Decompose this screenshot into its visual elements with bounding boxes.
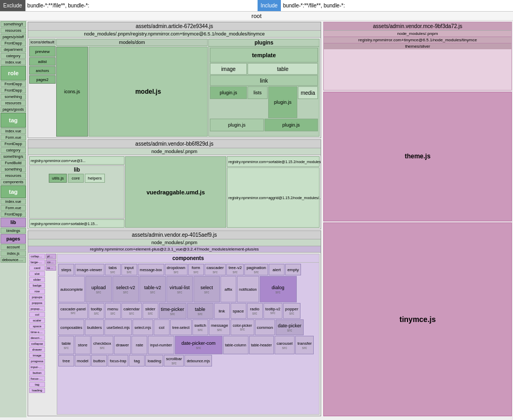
sidebar-item: something bbox=[1, 166, 26, 172]
tag-block: role bbox=[1, 66, 26, 81]
comp-button: button bbox=[91, 355, 107, 367]
sidebar-item: debounce.mjs bbox=[1, 257, 26, 263]
ep-tiny-2: large-header bbox=[29, 260, 45, 265]
comp-tabs: tabssrc bbox=[105, 264, 121, 275]
sidebar-item: something/s bbox=[1, 154, 26, 159]
lib-title: lib bbox=[74, 167, 80, 173]
sidebar-item: FrontDapp bbox=[1, 40, 26, 46]
lists-plugin: lists bbox=[247, 86, 268, 99]
comp-tooltip: tooltipsrc bbox=[89, 303, 104, 319]
registry-path-1: registry.npmmirror.com+vue@3... bbox=[29, 156, 125, 165]
vendor-mce-sub2: registry.npmmirror.com+tinymce@6.5.1/nod… bbox=[324, 37, 511, 43]
comp-tree-v2: tree-v2src bbox=[226, 264, 244, 275]
comp-time-picker: time-pickersrc bbox=[159, 303, 187, 319]
comp-input-number: input-number bbox=[148, 336, 174, 354]
comp-notification: notification bbox=[237, 276, 259, 302]
template-item: template bbox=[210, 48, 318, 62]
sidebar-item: pages/goods bbox=[1, 106, 26, 112]
comp-model: model bbox=[75, 355, 91, 367]
ep-components-area: components steps image-viewer tabssrc in… bbox=[57, 254, 320, 415]
models-dom-section: models/dom icons.js model.js bbox=[56, 39, 208, 137]
comp-carousel: carouselsrc bbox=[275, 336, 295, 354]
admin-article-content: icons/default preview adlist anchors pag… bbox=[28, 38, 321, 138]
lib-section: lib utils.js core helpers bbox=[29, 165, 125, 219]
ep-tiny-6: badge bbox=[29, 283, 45, 288]
ep-tiny-20: input-num bbox=[29, 364, 45, 370]
table-plugin: table bbox=[247, 63, 318, 75]
comp-transfer: transfersrc bbox=[295, 336, 314, 354]
comp-dropdown: dropdownsrc bbox=[165, 264, 188, 275]
comp-selectmjs: select.mjs bbox=[132, 319, 153, 335]
ep-tiny-5: slider bbox=[29, 277, 45, 282]
sidebar-item: Form.vue bbox=[1, 135, 26, 140]
plugin-js-right: plugin.js bbox=[268, 86, 297, 118]
comp-drawer: drawer bbox=[114, 336, 131, 354]
admin-vendor-ep-bundle: assets/admin.vendor.ep-4015aef9.js node_… bbox=[28, 230, 321, 416]
admin-article-title: assets/admin.article-672e9344.js bbox=[28, 22, 321, 31]
theme-js: theme.js bbox=[323, 92, 512, 221]
sidebar-item: FrontDapp bbox=[1, 87, 26, 93]
comp-store: store bbox=[75, 336, 91, 354]
icons-js: icons.js bbox=[56, 47, 88, 137]
comp-common: common bbox=[255, 319, 276, 335]
exclude-label: Exclude bbox=[0, 0, 25, 11]
link-plugin: link bbox=[210, 75, 318, 86]
utils-js: utils.js bbox=[49, 174, 67, 183]
comp-image-viewer: image-viewer bbox=[75, 264, 104, 275]
comp-table-3: tablesrc bbox=[58, 336, 74, 354]
lib-items: utils.js core helpers bbox=[49, 174, 105, 183]
sidebar-item: resources bbox=[1, 173, 26, 178]
ep-sc-2: comp bbox=[46, 260, 56, 265]
registry-path-3: registry.npmmirror.com+sortable@1.15.2/n… bbox=[227, 156, 320, 167]
plugin-js-2: plugin.js bbox=[210, 119, 264, 131]
comp-input: inputsrc bbox=[121, 264, 137, 275]
sidebar-item: category bbox=[1, 53, 26, 59]
sidebar-item: index.vue bbox=[1, 59, 26, 65]
ep-tiny-17: drawer bbox=[29, 347, 45, 352]
ep-tiny-24: loading bbox=[29, 388, 45, 393]
sidebar-item: bindings bbox=[1, 228, 26, 234]
comp-date-picker: date-pickersrc bbox=[276, 319, 304, 335]
sidebar-item: resources bbox=[1, 100, 26, 106]
media-plugin: media bbox=[298, 86, 318, 99]
include-input[interactable] bbox=[281, 0, 513, 11]
sidebar-item: FrontDapp bbox=[1, 141, 26, 147]
ep-tiny-15: descriptions bbox=[29, 335, 45, 341]
admin-vendor-bb-title: assets/admin.vendor-bb6f829d.js bbox=[28, 140, 321, 148]
model-js: model.js bbox=[89, 47, 208, 137]
vendor-mce-sub1: node_modules/.pnpm bbox=[324, 31, 511, 37]
left-sidebar: something/t resources pages/p/staff Fron… bbox=[0, 21, 26, 417]
plugins-title: plugins bbox=[209, 39, 319, 47]
comp-pagination: paginationsrc bbox=[244, 264, 268, 275]
ep-tiny-21: button bbox=[29, 370, 45, 376]
comp-date-picker-com: date-picker-comsrc bbox=[175, 336, 223, 354]
comp-popper: poppersrc bbox=[283, 303, 300, 319]
tag-block-3: tag bbox=[1, 185, 26, 198]
root-label: root bbox=[0, 12, 513, 21]
comp-dialog: dialogsrc bbox=[260, 276, 297, 302]
icons-default-label: icons/default bbox=[29, 39, 56, 46]
admin-vendor-ep-subtitle: node_modules/.pnpm bbox=[28, 239, 321, 246]
tinymce-js: tinymce.js bbox=[323, 222, 512, 416]
comp-message-box: message-box bbox=[138, 264, 164, 275]
comp-empty: empty bbox=[285, 264, 301, 275]
models-dom-label: models/dom bbox=[56, 39, 208, 46]
comp-tooltip-v2: tooltip-v2src bbox=[263, 303, 282, 319]
ep-tiny-4: slot bbox=[29, 271, 45, 276]
plugins-section: plugins template image table link plugin… bbox=[208, 39, 320, 137]
sidebar-item: category bbox=[1, 147, 26, 153]
admin-article-bundle: assets/admin.article-672e9344.js node_mo… bbox=[28, 22, 321, 138]
sidebar-item: FrontDapp bbox=[1, 211, 26, 217]
ep-path: registry.npmmirror.com+element-plus@2.3.… bbox=[28, 246, 321, 253]
ep-tiny-3: card bbox=[29, 265, 45, 271]
comp-scrollbar: scrollbarsrc bbox=[164, 355, 184, 367]
comp-loading: loading bbox=[145, 355, 163, 367]
sidebar-item: index.vue bbox=[1, 128, 26, 134]
tag-block-2: tag bbox=[1, 113, 26, 128]
exclude-input[interactable] bbox=[25, 0, 258, 11]
ep-tiny-1: collapse-tra bbox=[29, 254, 45, 259]
icons-default-section: icons/default preview adlist anchors pag… bbox=[29, 39, 56, 137]
ep-content: collapse-tra large-header card slot slid… bbox=[28, 253, 321, 416]
comp-menu: menusrc bbox=[105, 303, 121, 319]
comp-cascader: cascadersrc bbox=[205, 264, 226, 275]
